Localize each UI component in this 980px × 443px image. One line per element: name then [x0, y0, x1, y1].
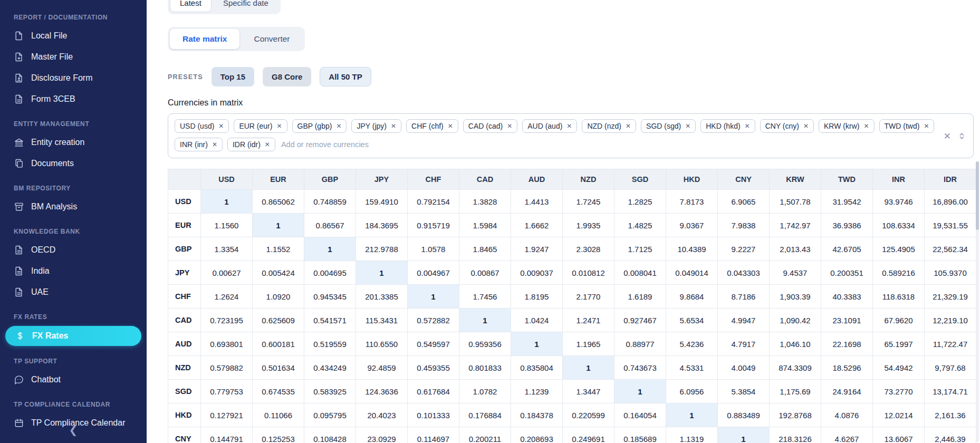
row-header-cny: CNY: [168, 427, 201, 443]
rate-cell-aud-eur: 0.600181: [253, 332, 304, 356]
sidebar-item-fx-rates[interactable]: FX Rates: [5, 326, 141, 346]
rate-cell-cad-aud: 1.0424: [511, 309, 563, 332]
column-header-inr: INR: [873, 169, 925, 190]
rate-cell-aud-jpy: 110.6550: [356, 332, 408, 356]
sidebar-item-label: Form 3CEB: [31, 94, 75, 104]
rate-cell-chf-twd: 40.3383: [821, 285, 873, 309]
view-tabs-row: Rate matrix Converter: [168, 27, 980, 51]
table-vertical-scrollbar[interactable]: [976, 161, 979, 442]
rate-cell-usd-usd: 1: [201, 190, 253, 214]
currency-chip-gbp: GBP (gbp)✕: [292, 119, 347, 133]
sidebar-item-entity-creation[interactable]: Entity creation: [0, 132, 147, 153]
rate-cell-usd-idr: 16,896.00: [925, 190, 976, 214]
sidebar-item-label: India: [31, 266, 50, 276]
clear-all-icon[interactable]: ✕: [944, 131, 951, 140]
tab-specific-date[interactable]: Specific date: [213, 0, 278, 12]
column-header-usd: USD: [201, 169, 253, 190]
rate-cell-sgd-chf: 0.617684: [408, 380, 459, 403]
currency-search-input[interactable]: [280, 140, 936, 149]
rate-cell-usd-sgd: 1.2825: [614, 190, 666, 214]
file-text-icon: [14, 287, 24, 297]
rate-cell-aud-hkd: 5.4236: [666, 332, 718, 356]
file-text-icon: [14, 94, 24, 104]
remove-chip-icon[interactable]: ✕: [276, 123, 282, 129]
rate-cell-aud-nzd: 1.1965: [563, 332, 614, 356]
remove-chip-icon[interactable]: ✕: [566, 123, 572, 129]
preset-all-50-tp[interactable]: All 50 TP: [320, 67, 371, 86]
remove-chip-icon[interactable]: ✕: [626, 123, 631, 129]
tab-latest[interactable]: Latest: [170, 0, 212, 12]
rate-cell-hkd-chf: 0.101333: [408, 403, 459, 427]
preset-g8-core[interactable]: G8 Core: [263, 67, 311, 86]
currency-chip-label: KRW (krw): [824, 122, 859, 130]
remove-chip-icon[interactable]: ✕: [212, 141, 217, 148]
rate-cell-gbp-eur: 1.1552: [253, 237, 304, 261]
matrix-row-sgd: SGD0.7797530.6745350.583925124.36360.617…: [168, 380, 976, 403]
file-text-icon: [14, 266, 24, 276]
sidebar-item-form-3ceb[interactable]: Form 3CEB: [0, 89, 147, 110]
remove-chip-icon[interactable]: ✕: [745, 123, 750, 129]
column-header-gbp: GBP: [304, 169, 356, 190]
column-header-idr: IDR: [925, 169, 976, 190]
sidebar-item-oecd[interactable]: OECD: [0, 239, 147, 261]
sidebar-item-local-file[interactable]: Local File: [0, 25, 147, 46]
sidebar-item-documents[interactable]: Documents: [0, 153, 147, 174]
rate-cell-usd-nzd: 1.7245: [563, 190, 614, 214]
sidebar-item-uae[interactable]: UAE: [0, 282, 147, 303]
rate-cell-aud-twd: 22.1698: [821, 332, 873, 356]
rate-cell-jpy-usd: 0.00627: [201, 261, 253, 285]
remove-chip-icon[interactable]: ✕: [336, 123, 341, 129]
rate-cell-cny-twd: 4.6267: [821, 427, 873, 443]
remove-chip-icon[interactable]: ✕: [507, 123, 512, 129]
rate-cell-nzd-idr: 9,797.68: [925, 356, 976, 380]
rate-cell-chf-gbp: 0.945345: [304, 285, 356, 309]
rate-cell-cad-krw: 1,090.42: [770, 309, 821, 332]
row-header-aud: AUD: [168, 332, 201, 356]
rate-cell-nzd-jpy: 92.4859: [356, 356, 408, 380]
rate-cell-nzd-aud: 0.835804: [511, 356, 563, 380]
column-header-eur: EUR: [253, 169, 304, 190]
rate-cell-aud-usd: 0.693801: [201, 332, 253, 356]
remove-chip-icon[interactable]: ✕: [265, 141, 270, 148]
sidebar-item-master-file[interactable]: Master File: [0, 46, 147, 68]
rate-cell-cny-chf: 0.114697: [408, 427, 459, 443]
remove-chip-icon[interactable]: ✕: [391, 123, 396, 129]
rate-cell-hkd-eur: 0.11066: [253, 403, 304, 427]
rate-cell-usd-chf: 0.792154: [408, 190, 459, 214]
sidebar-item-label: Master File: [31, 52, 73, 62]
remove-chip-icon[interactable]: ✕: [803, 123, 809, 129]
sidebar-collapse-button[interactable]: ❮: [0, 421, 147, 439]
rate-cell-sgd-eur: 0.674535: [253, 380, 304, 403]
rate-cell-eur-eur: 1: [253, 214, 304, 237]
sidebar-item-chatbot[interactable]: Chatbot: [0, 369, 147, 390]
tab-converter[interactable]: Converter: [241, 29, 302, 49]
preset-top-15[interactable]: Top 15: [212, 67, 254, 86]
currency-chip-eur: EUR (eur)✕: [234, 119, 287, 133]
rate-cell-cad-idr: 12,219.10: [925, 309, 976, 332]
scrollbar-thumb[interactable]: [976, 161, 979, 230]
remove-chip-icon[interactable]: ✕: [218, 123, 224, 129]
sidebar-item-bm-analysis[interactable]: BM Analysis: [0, 196, 147, 217]
remove-chip-icon[interactable]: ✕: [863, 123, 869, 129]
currency-chip-label: SGD (sgd): [646, 122, 681, 130]
rate-cell-cad-chf: 0.572882: [408, 309, 459, 332]
rate-cell-eur-nzd: 1.9935: [563, 214, 614, 237]
currency-chip-label: AUD (aud): [527, 122, 562, 130]
rate-cell-jpy-chf: 0.004967: [408, 261, 459, 285]
rate-cell-sgd-jpy: 124.3636: [356, 380, 408, 403]
rate-cell-hkd-aud: 0.184378: [511, 403, 563, 427]
sidebar-item-india[interactable]: India: [0, 261, 147, 282]
rate-cell-gbp-usd: 1.3354: [201, 237, 253, 261]
corner-cell: [168, 169, 201, 190]
rate-cell-nzd-hkd: 4.5331: [666, 356, 718, 380]
rate-cell-cad-nzd: 1.2471: [563, 309, 614, 332]
currency-multiselect[interactable]: USD (usd)✕EUR (eur)✕GBP (gbp)✕JPY (jpy)✕…: [168, 113, 974, 158]
remove-chip-icon[interactable]: ✕: [685, 123, 690, 129]
remove-chip-icon[interactable]: ✕: [924, 123, 929, 129]
tab-rate-matrix[interactable]: Rate matrix: [170, 29, 239, 49]
rate-cell-eur-chf: 0.915719: [408, 214, 459, 237]
remove-chip-icon[interactable]: ✕: [448, 123, 453, 129]
sidebar-item-disclosure-form[interactable]: Disclosure Form: [0, 68, 147, 89]
rate-cell-sgd-aud: 1.1239: [511, 380, 563, 403]
updown-arrows-icon[interactable]: [958, 132, 966, 140]
